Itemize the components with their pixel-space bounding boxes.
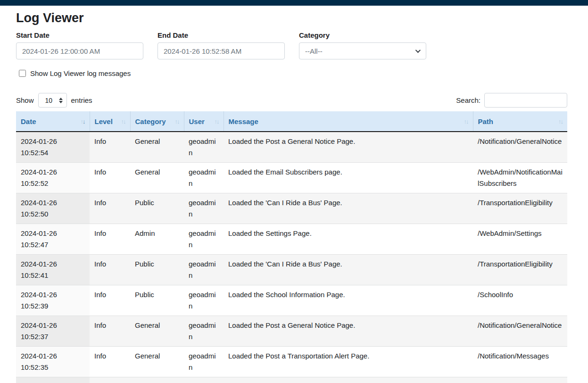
cell-level: Info	[90, 316, 130, 347]
log-table-header: Date ↑↓ Level ↑↓ Category ↑↓ User ↑↓ Mes…	[16, 111, 567, 132]
cell-user	[184, 377, 224, 383]
cell-message: Loaded the Post a General Notice Page.	[224, 316, 473, 347]
cell-date: 2024-01-26 10:52:37	[16, 316, 90, 347]
show-label: Show	[16, 96, 34, 104]
column-header-path[interactable]: Path ↑↓	[473, 111, 567, 132]
end-date-group: End Date	[157, 31, 285, 59]
table-row: 2024-01-26 10:52:39 Info Public geoadmin…	[16, 285, 567, 316]
cell-path: /TransportationEligibility	[473, 193, 567, 224]
cell-path: /SchoolInfo	[473, 285, 567, 316]
cell-date: 2024-01-26 10:52:47	[16, 224, 90, 255]
sort-icon: ↑↓	[121, 118, 125, 125]
cell-category: General	[130, 316, 184, 347]
cell-user: geoadmin	[184, 193, 224, 224]
entries-select-value: 10	[45, 97, 53, 104]
cell-path: /Notification/GeneralNotice	[473, 132, 567, 163]
column-header-message[interactable]: Message ↑↓	[224, 111, 473, 132]
entries-label: entries	[71, 96, 92, 104]
entries-select[interactable]: 10	[38, 93, 67, 108]
show-log-messages-checkbox[interactable]	[19, 70, 26, 77]
end-date-input[interactable]	[157, 42, 285, 59]
cell-category: Public	[130, 193, 184, 224]
table-row: 2024-01-26 10:52:54 Info General geoadmi…	[16, 132, 567, 163]
table-row: 2024-01-26 10:52:37 Info General geoadmi…	[16, 316, 567, 347]
log-table-body: 2024-01-26 10:52:54 Info General geoadmi…	[16, 132, 567, 383]
chevron-down-icon	[415, 48, 421, 53]
end-date-label: End Date	[157, 31, 285, 40]
table-row	[16, 377, 567, 383]
column-header-category[interactable]: Category ↑↓	[130, 111, 184, 132]
category-label: Category	[299, 31, 426, 40]
cell-message	[224, 377, 473, 383]
table-row: 2024-01-26 10:52:41 Info Public geoadmin…	[16, 255, 567, 285]
cell-user: geoadmin	[184, 224, 224, 255]
cell-level: Info	[90, 255, 130, 285]
cell-user: geoadmin	[184, 285, 224, 316]
cell-message: Loaded the Post a Transportation Alert P…	[224, 347, 473, 377]
start-date-group: Start Date	[16, 31, 143, 59]
cell-category: General	[130, 163, 184, 193]
cell-user: geoadmin	[184, 255, 224, 285]
top-navigation-bar	[0, 0, 588, 6]
column-header-level[interactable]: Level ↑↓	[90, 111, 130, 132]
search-label: Search:	[456, 96, 480, 104]
cell-date: 2024-01-26 10:52:50	[16, 193, 90, 224]
cell-user: geoadmin	[184, 132, 224, 163]
category-select-value: --All--	[305, 47, 323, 55]
page-container: Log Viewer Start Date End Date Category …	[0, 10, 588, 383]
start-date-label: Start Date	[16, 31, 143, 40]
cell-date: 2024-01-26 10:52:54	[16, 132, 90, 163]
cell-level: Info	[90, 163, 130, 193]
cell-date: 2024-01-26 10:52:35	[16, 347, 90, 377]
category-group: Category --All--	[299, 31, 426, 59]
cell-level: Info	[90, 132, 130, 163]
show-log-messages-label: Show Log Viewer log messages	[30, 69, 131, 77]
column-header-user[interactable]: User ↑↓	[184, 111, 224, 132]
sort-icon: ↑↓	[175, 118, 179, 125]
column-header-date[interactable]: Date ↑↓	[16, 111, 90, 132]
sort-icon: ↑↓	[215, 118, 219, 125]
select-spinner-icon	[59, 98, 63, 103]
cell-category: Admin	[130, 224, 184, 255]
page-title: Log Viewer	[16, 10, 567, 25]
cell-user: geoadmin	[184, 163, 224, 193]
cell-level: Info	[90, 193, 130, 224]
cell-category: General	[130, 132, 184, 163]
search-control: Search:	[456, 93, 567, 108]
category-select[interactable]: --All--	[299, 42, 426, 59]
cell-level	[90, 377, 130, 383]
filter-bar: Start Date End Date Category --All--	[16, 31, 567, 59]
table-row: 2024-01-26 10:52:50 Info Public geoadmin…	[16, 193, 567, 224]
cell-category: Public	[130, 255, 184, 285]
cell-message: Loaded the 'Can I Ride a Bus' Page.	[224, 193, 473, 224]
entries-length-control: Show 10 entries	[16, 93, 92, 108]
cell-message: Loaded the School Information Page.	[224, 285, 473, 316]
cell-category	[130, 377, 184, 383]
table-controls: Show 10 entries Search:	[16, 93, 567, 108]
cell-level: Info	[90, 224, 130, 255]
cell-path: /WebAdmin/Settings	[473, 224, 567, 255]
log-table: Date ↑↓ Level ↑↓ Category ↑↓ User ↑↓ Mes…	[16, 111, 567, 383]
cell-date: 2024-01-26 10:52:52	[16, 163, 90, 193]
cell-user: geoadmin	[184, 316, 224, 347]
cell-path: /WebAdmin/NotificationMailSubscribers	[473, 163, 567, 193]
sort-icon: ↑↓	[464, 118, 468, 125]
sort-icon: ↑↓	[558, 118, 563, 125]
table-row: 2024-01-26 10:52:47 Info Admin geoadmin …	[16, 224, 567, 255]
cell-date	[16, 377, 90, 383]
cell-path	[473, 377, 567, 383]
cell-path: /TransportationEligibility	[473, 255, 567, 285]
table-row: 2024-01-26 10:52:52 Info General geoadmi…	[16, 163, 567, 193]
cell-path: /Notification/Messages	[473, 347, 567, 377]
cell-message: Loaded the 'Can I Ride a Bus' Page.	[224, 255, 473, 285]
cell-user: geoadmin	[184, 347, 224, 377]
cell-date: 2024-01-26 10:52:39	[16, 285, 90, 316]
search-input[interactable]	[484, 93, 567, 108]
cell-path: /Notification/GeneralNotice	[473, 316, 567, 347]
cell-message: Loaded the Email Subscribers page.	[224, 163, 473, 193]
table-row: 2024-01-26 10:52:35 Info General geoadmi…	[16, 347, 567, 377]
show-log-messages-row: Show Log Viewer log messages	[16, 69, 567, 77]
cell-level: Info	[90, 347, 130, 377]
cell-date: 2024-01-26 10:52:41	[16, 255, 90, 285]
start-date-input[interactable]	[16, 42, 143, 59]
